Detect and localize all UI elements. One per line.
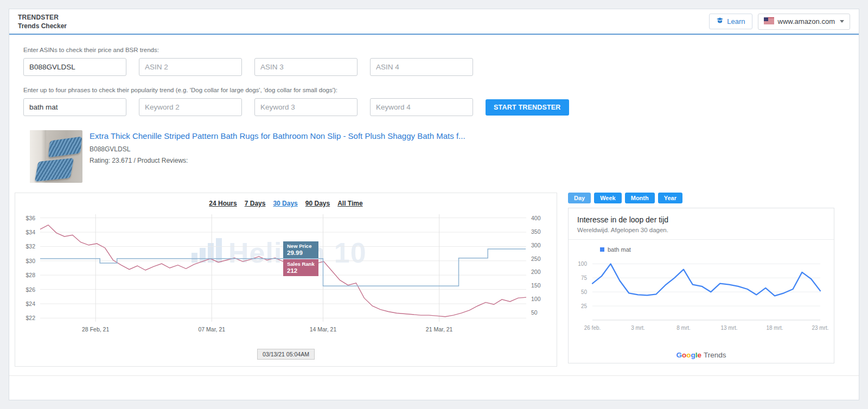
date-row: 03/13/21 05:04AM (15, 346, 557, 366)
right-axis-label: 300 (531, 242, 541, 248)
app-title: TRENDSTER (18, 14, 67, 21)
trends-range-buttons: DayWeekMonthYear (568, 193, 834, 203)
trends-y-axis-label: 100 (569, 261, 587, 267)
left-axis-label: $34 (15, 229, 35, 235)
tab-all-time[interactable]: All Time (337, 200, 362, 207)
keyword-section-label: Enter up to four phrases to check their … (23, 87, 845, 93)
product-image[interactable] (30, 130, 82, 183)
charts-section: 24 Hours7 Days30 Days90 DaysAll Time Hel… (15, 193, 853, 367)
chevron-down-icon (840, 20, 844, 23)
header-actions: Learn www.amazon.com (709, 14, 850, 30)
right-axis-label: 100 (531, 296, 541, 302)
trends-button-day[interactable]: Day (568, 193, 591, 203)
trends-x-axis-label: 23 mrt. (801, 325, 834, 331)
trends-x-axis-label: 8 mrt. (665, 325, 703, 331)
product-image-detail (35, 158, 74, 182)
legend-swatch-icon (600, 247, 604, 252)
trends-y-axis-label: 25 (569, 303, 587, 309)
keyword-input-2[interactable] (139, 98, 242, 116)
selected-datetime-label: 03/13/21 05:04AM (257, 349, 315, 360)
trends-legend: bath mat (600, 246, 834, 253)
trendster-page: TRENDSTER Trends Checker Learn www.amazo… (0, 0, 868, 409)
x-axis-label: 14 Mar, 21 (298, 326, 347, 333)
trends-x-axis-label: 13 mrt. (710, 325, 748, 331)
right-axis-label: 50 (531, 309, 538, 316)
left-axis-label: $36 (15, 215, 35, 221)
trends-x-axis-label: 18 mrt. (756, 325, 794, 331)
asin-input-1[interactable] (23, 58, 126, 76)
trends-button-week[interactable]: Week (594, 193, 622, 203)
us-flag-icon (764, 17, 774, 26)
google-trends-card: Interesse in de loop der tijd Wereldwijd… (568, 208, 834, 363)
trends-line (592, 264, 820, 296)
asin-input-2[interactable] (139, 58, 242, 76)
trends-button-year[interactable]: Year (658, 193, 682, 203)
product-asin: B088GVLDSL (90, 145, 465, 153)
keyword-input-1[interactable] (23, 98, 126, 116)
trends-card-header: Interesse in de loop der tijd Wereldwijd… (569, 208, 834, 240)
product-rating: Rating: 23.671 / Product Reviews: (90, 157, 465, 164)
tooltip-rank-label: Sales Rank (287, 261, 315, 267)
keyword-input-3[interactable] (254, 98, 358, 116)
start-trendster-button[interactable]: START TRENDSTER (486, 99, 569, 116)
tooltip-rank-box: Sales Rank 212 (283, 259, 318, 276)
header-titles: TRENDSTER Trends Checker (18, 14, 67, 30)
learn-button[interactable]: Learn (709, 14, 752, 29)
main-card: TRENDSTER Trends Checker Learn www.amazo… (9, 9, 859, 400)
learn-icon (716, 17, 724, 25)
trends-wordmark: Trends (704, 351, 726, 359)
tab-90-days[interactable]: 90 Days (305, 200, 330, 207)
tooltip-rank-value: 212 (287, 267, 315, 274)
marketplace-label: www.amazon.com (778, 17, 835, 25)
left-axis-label: $22 (15, 315, 35, 321)
product-info: Extra Thick Chenille Striped Pattern Bat… (90, 130, 465, 183)
tab-30-days[interactable]: 30 Days (273, 200, 297, 207)
footer-divider (9, 375, 859, 376)
app-subtitle: Trends Checker (18, 22, 67, 30)
trends-x-axis-label: 3 mrt. (619, 325, 657, 331)
trends-chart-area: 25507510026 feb.3 mrt.8 mrt.13 mrt.18 mr… (569, 255, 834, 337)
price-chart-area: Helium 10 New Price 29.99 Sales Rank 212… (15, 210, 557, 346)
trends-subtitle: Wereldwijd. Afgelopen 30 dagen. (577, 227, 825, 233)
trends-y-axis-label: 50 (569, 289, 587, 295)
right-axis-label: 150 (531, 282, 541, 289)
asin-input-3[interactable] (254, 58, 358, 76)
x-axis-label: 21 Mar, 21 (415, 326, 464, 333)
right-axis-label: 400 (531, 215, 541, 221)
tooltip-price-box: New Price 29.99 (283, 241, 318, 258)
chart-tooltip: New Price 29.99 Sales Rank 212 (283, 241, 318, 276)
form-section: Enter ASINs to check their price and BSR… (9, 35, 859, 116)
x-axis-label: 07 Mar, 21 (187, 326, 236, 333)
trends-button-month[interactable]: Month (625, 193, 655, 203)
trends-panel: DayWeekMonthYear Interesse in de loop de… (568, 193, 834, 363)
keyword-input-4[interactable] (370, 98, 473, 116)
left-axis-label: $28 (15, 272, 35, 278)
google-trends-logo: GoogleTrends (569, 351, 834, 359)
tab-7-days[interactable]: 7 Days (245, 200, 266, 207)
right-axis-label: 250 (531, 255, 541, 262)
tab-24-hours[interactable]: 24 Hours (209, 200, 237, 207)
marketplace-select[interactable]: www.amazon.com (758, 14, 850, 30)
trends-x-axis-label: 26 feb. (573, 325, 611, 331)
tooltip-price-label: New Price (287, 243, 315, 249)
left-axis-label: $32 (15, 243, 35, 250)
price-bsr-chart-card: 24 Hours7 Days30 Days90 DaysAll Time Hel… (15, 193, 557, 367)
keyword-input-row: START TRENDSTER (23, 98, 845, 116)
asin-input-4[interactable] (370, 58, 473, 76)
left-axis-label: $30 (15, 258, 35, 264)
left-axis-label: $24 (15, 301, 35, 307)
right-axis-label: 350 (531, 228, 541, 235)
tooltip-price-value: 29.99 (287, 250, 315, 256)
trends-y-axis-label: 75 (569, 275, 587, 281)
trends-title: Interesse in de loop der tijd (577, 215, 825, 224)
trends-legend-label: bath mat (608, 246, 631, 253)
header: TRENDSTER Trends Checker Learn www.amazo… (9, 9, 859, 35)
product-summary: Extra Thick Chenille Striped Pattern Bat… (30, 130, 859, 183)
time-range-tabs: 24 Hours7 Days30 Days90 DaysAll Time (15, 193, 557, 208)
learn-label: Learn (727, 17, 745, 25)
right-axis-label: 200 (531, 269, 541, 275)
product-title-link[interactable]: Extra Thick Chenille Striped Pattern Bat… (90, 131, 465, 140)
x-axis-label: 28 Feb, 21 (71, 326, 120, 333)
google-logo: Google (676, 351, 701, 359)
asin-input-row (23, 58, 845, 76)
